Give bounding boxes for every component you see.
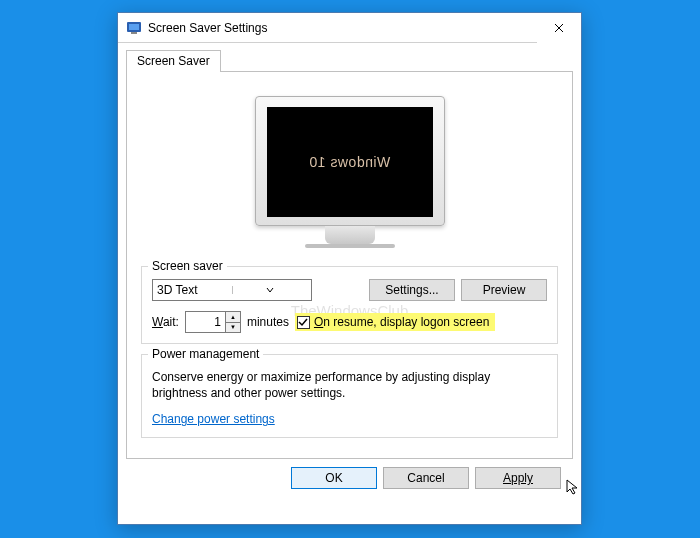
cancel-button[interactable]: Cancel — [383, 467, 469, 489]
monitor-stand — [325, 226, 375, 244]
svg-rect-1 — [129, 24, 139, 30]
screen-saver-legend: Screen saver — [148, 259, 227, 273]
spinner-down[interactable]: ▼ — [226, 323, 240, 333]
title-bar[interactable]: Screen Saver Settings — [118, 13, 581, 43]
power-text: Conserve energy or maximize performance … — [152, 369, 547, 401]
spinner-up[interactable]: ▲ — [226, 312, 240, 323]
minutes-label: minutes — [247, 315, 289, 329]
change-power-settings-link[interactable]: Change power settings — [152, 412, 275, 426]
monitor-screen: Windows 10 — [267, 107, 433, 217]
on-resume-highlight: On resume, display logon screen — [295, 313, 495, 331]
monitor-base — [305, 244, 395, 248]
ok-button[interactable]: OK — [291, 467, 377, 489]
on-resume-checkbox[interactable] — [297, 316, 310, 329]
screen-saver-dialog: Screen Saver Settings Screen Saver Windo… — [117, 12, 582, 525]
settings-button[interactable]: Settings... — [369, 279, 455, 301]
preview-button[interactable]: Preview — [461, 279, 547, 301]
screensaver-select-value: 3D Text — [157, 283, 232, 297]
close-button[interactable] — [537, 13, 581, 43]
wait-label: Wait: — [152, 315, 179, 329]
screen-saver-group: Screen saver 3D Text Settings... Preview… — [141, 266, 558, 344]
close-icon — [554, 23, 564, 33]
wait-spinner[interactable]: ▲ ▼ — [185, 311, 241, 333]
chevron-down-icon — [232, 286, 308, 294]
wait-input[interactable] — [185, 311, 225, 333]
screensaver-select[interactable]: 3D Text — [152, 279, 312, 301]
on-resume-label[interactable]: On resume, display logon screen — [314, 315, 489, 329]
power-management-group: Power management Conserve energy or maxi… — [141, 354, 558, 438]
dialog-button-row: OK Cancel Apply — [126, 459, 573, 489]
app-icon — [126, 20, 142, 36]
power-legend: Power management — [148, 347, 263, 361]
svg-rect-2 — [131, 32, 137, 34]
apply-button[interactable]: Apply — [475, 467, 561, 489]
screensaver-preview: Windows 10 — [141, 96, 558, 248]
preview-text: Windows 10 — [309, 154, 390, 170]
check-icon — [298, 317, 308, 327]
tab-screen-saver[interactable]: Screen Saver — [126, 50, 221, 72]
tab-panel: Windows 10 TheWindowsClub Screen saver 3… — [126, 71, 573, 459]
window-title: Screen Saver Settings — [148, 21, 537, 35]
monitor-frame: Windows 10 — [255, 96, 445, 226]
